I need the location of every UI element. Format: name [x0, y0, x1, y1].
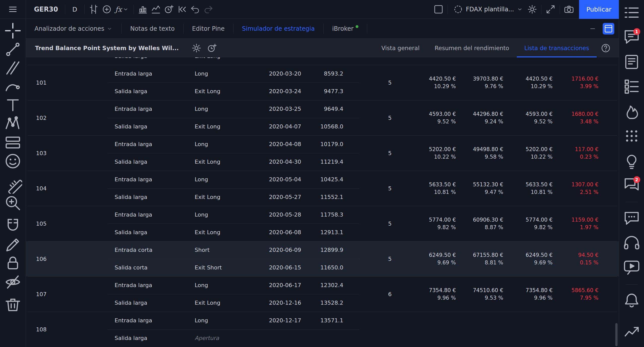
tool-drawing-pencil[interactable] — [4, 235, 22, 254]
publish-button[interactable]: Publicar — [579, 0, 619, 19]
trade-contracts — [348, 312, 392, 347]
strategy-alert-button[interactable] — [206, 41, 219, 55]
crosshair-icon — [4, 21, 22, 40]
trade-exit-type: Salida larga — [115, 118, 147, 135]
tool-eye-off[interactable] — [4, 273, 22, 291]
panel-bell[interactable] — [623, 292, 641, 310]
trade-exit-type: Salida larga — [115, 57, 147, 65]
fullscreen-button[interactable] — [544, 2, 557, 16]
trade-row[interactable]: 102 Entrada larga Long 2020-03-25 9649.4… — [26, 100, 619, 135]
panel-chat[interactable]: 2 — [623, 176, 641, 194]
template-label: FDAX plantilla... — [466, 6, 514, 13]
trade-row[interactable]: 103 Entrada larga Long 2020-04-08 10179.… — [26, 135, 619, 171]
redo-button[interactable] — [202, 2, 215, 16]
panel-comments[interactable] — [623, 209, 641, 227]
trade-entry-signal: Long — [195, 100, 208, 118]
trade-contracts: 5 — [348, 241, 392, 276]
chart-metrics-button[interactable] — [149, 2, 162, 16]
panel-calendar[interactable] — [623, 127, 641, 145]
trade-runup: 4420.50 €10.29 % — [507, 65, 553, 100]
bar-replay-button[interactable] — [176, 2, 189, 16]
main-menu-button[interactable] — [4, 0, 22, 19]
trade-exit-signal: Exit Long — [195, 294, 220, 312]
calendar-icon — [623, 127, 641, 145]
trade-row[interactable]: 108 Entrada larga Long 2020-12-17 13571.… — [26, 312, 619, 347]
trade-runup: 4593.00 €9.52 % — [507, 100, 553, 135]
tool-xabcd-pattern[interactable] — [4, 115, 22, 133]
trade-entry-type: Entrada larga — [115, 206, 152, 224]
tool-text[interactable] — [4, 96, 22, 115]
tool-zoom-in[interactable] — [4, 194, 22, 212]
financials-button[interactable] — [136, 2, 149, 16]
add-alert-button[interactable] — [162, 2, 176, 16]
snapshot-button[interactable] — [562, 2, 575, 16]
trade-row[interactable]: 104 Entrada larga Long 2020-05-04 10425.… — [26, 171, 619, 206]
tab-pine-editor[interactable]: Editor Pine — [184, 19, 233, 38]
panel-zigzag-arrow[interactable] — [623, 322, 641, 340]
panel-news[interactable] — [623, 53, 641, 71]
indicators-button[interactable]: ƒx — [113, 2, 131, 16]
toolbar-divider — [560, 5, 560, 14]
panel-streams[interactable] — [623, 234, 641, 252]
trade-row[interactable]: 101 Entrada larga Long 2020-03-20 8593.2… — [26, 65, 619, 100]
tool-trash[interactable] — [4, 296, 22, 315]
tab-ibroker[interactable]: iBroker — [324, 19, 367, 38]
tool-fib-retracement[interactable] — [4, 59, 22, 77]
tab-stock-analyzer[interactable]: Analizador de acciones — [26, 19, 121, 38]
symbol-button[interactable]: GER30 — [29, 2, 62, 16]
panel-ideas[interactable]: 1 — [623, 28, 641, 46]
settings-button[interactable] — [526, 2, 539, 16]
panel-data-window[interactable] — [623, 78, 641, 96]
rail-divider — [626, 202, 638, 202]
undo-button[interactable] — [189, 2, 202, 16]
trade-exit-price: 13528.2 — [298, 294, 343, 312]
trade-row[interactable]: 105 Entrada larga Long 2020-05-28 11758.… — [26, 206, 619, 241]
compare-button[interactable] — [100, 2, 113, 16]
panel-lightbulb[interactable] — [623, 152, 641, 170]
trade-row[interactable]: 107 Entrada larga Long 2020-06-17 12302.… — [26, 276, 619, 312]
tab-strategy-tester[interactable]: Simulador de estrategia — [233, 19, 323, 38]
tool-long-position[interactable] — [4, 133, 22, 152]
minimize-panel-button[interactable] — [586, 22, 599, 36]
panel-video-ideas[interactable] — [623, 259, 641, 277]
help-button[interactable] — [599, 41, 612, 55]
trade-cumulative-profit — [458, 312, 503, 347]
view-overview[interactable]: Vista general — [374, 39, 427, 57]
maximize-panel-button[interactable] — [603, 23, 614, 34]
strategy-settings-button[interactable] — [190, 41, 203, 55]
fx-indicators-icon: ƒx — [115, 5, 122, 14]
tool-magnet[interactable] — [4, 217, 22, 235]
trade-exit-date: 2020-12-16 — [269, 294, 301, 312]
layout-button[interactable] — [432, 2, 445, 16]
template-button[interactable]: FDAX plantilla... — [450, 2, 526, 16]
interval-button[interactable]: D — [68, 2, 82, 16]
panel-watchlist[interactable] — [623, 4, 641, 22]
template-circle-icon — [453, 4, 463, 15]
view-trades-list[interactable]: Lista de transacciones — [517, 39, 597, 57]
trade-profit — [411, 312, 456, 347]
trade-contracts: 5 — [348, 171, 392, 206]
trade-row[interactable]: 106 Entrada corta Short 2020-06-09 12899… — [26, 241, 619, 276]
scrollbar-thumb[interactable] — [615, 323, 618, 346]
tool-crosshair[interactable] — [4, 21, 22, 40]
trade-exit-signal: Exit Long — [195, 224, 220, 241]
bar-style-button[interactable] — [87, 2, 100, 16]
tool-trendline[interactable] — [4, 40, 22, 59]
view-performance-summary[interactable]: Resumen del rendimiento — [427, 39, 517, 57]
tool-brush[interactable] — [4, 77, 22, 96]
panel-hotlists[interactable] — [623, 102, 641, 120]
tool-ruler[interactable] — [4, 175, 22, 194]
trade-exit-signal: Exit Long — [195, 188, 220, 206]
trade-drawdown: 1716.00 €3.99 % — [553, 65, 598, 100]
trade-cumulative-profit: 67155.80 €8.81 % — [458, 241, 503, 276]
trade-entry-date: 2020-06-09 — [269, 241, 301, 259]
tool-lock[interactable] — [4, 254, 22, 273]
magnet-icon — [4, 217, 22, 235]
xabcd-pattern-icon — [4, 115, 22, 133]
trade-exit-date: 2020-05-27 — [269, 188, 301, 206]
trade-exit-price: 12913.1 — [298, 224, 343, 241]
chevron-down-icon — [517, 6, 523, 13]
trade-exit-date: 2020-04-07 — [269, 118, 301, 135]
tab-text-notes[interactable]: Notas de texto — [122, 19, 183, 38]
tool-emoji[interactable] — [4, 152, 22, 170]
